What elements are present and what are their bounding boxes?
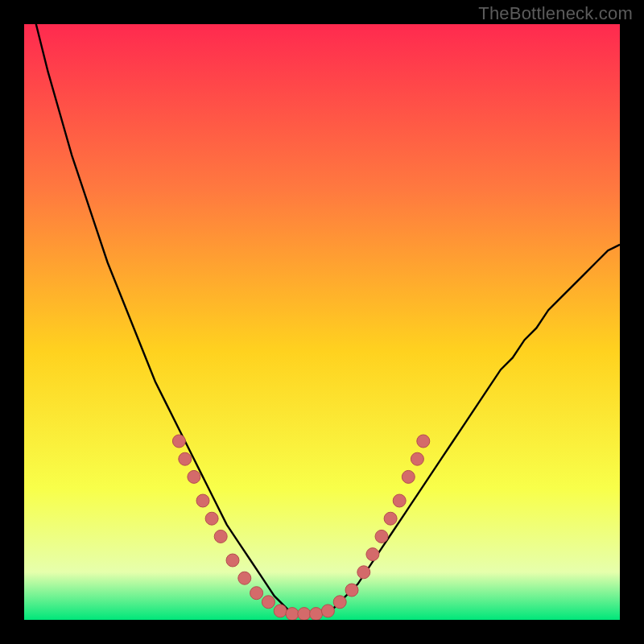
data-marker [393, 494, 406, 507]
data-marker [333, 596, 346, 609]
data-marker [262, 596, 275, 609]
data-marker [345, 584, 358, 597]
chart-plot-area [24, 24, 620, 620]
data-marker [375, 530, 388, 543]
data-marker [411, 452, 423, 465]
data-marker [402, 470, 415, 483]
data-marker [366, 548, 379, 561]
data-marker [188, 470, 200, 483]
watermark-text: TheBottleneck.com [478, 3, 633, 24]
data-marker [205, 512, 218, 525]
data-marker [274, 605, 287, 617]
data-marker [310, 608, 323, 620]
data-marker [196, 494, 209, 507]
chart-frame: TheBottleneck.com [0, 0, 644, 644]
data-marker [172, 435, 185, 448]
gradient-background [24, 24, 620, 620]
data-marker [179, 452, 192, 465]
data-marker [321, 605, 334, 617]
data-marker [286, 608, 299, 620]
data-marker [357, 566, 370, 579]
data-marker [238, 572, 251, 584]
data-marker [298, 608, 311, 620]
data-marker [226, 554, 239, 567]
data-marker [384, 512, 397, 525]
data-marker [250, 587, 263, 600]
chart-svg [24, 24, 620, 620]
data-marker [214, 530, 227, 543]
data-marker [417, 435, 430, 448]
